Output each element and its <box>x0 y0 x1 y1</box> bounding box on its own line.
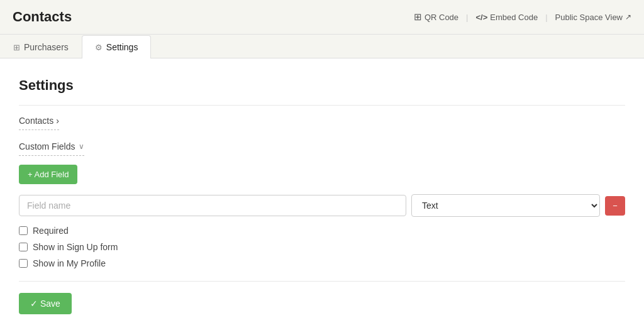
show-profile-label: Show in My Profile <box>33 258 106 268</box>
top-bar-actions: ⊞ QR Code | </> Embed Code | Public Spac… <box>414 11 631 23</box>
divider-1: | <box>466 13 468 22</box>
show-signup-checkbox[interactable] <box>19 243 28 251</box>
save-button[interactable]: ✓ Save <box>19 293 72 314</box>
contacts-chevron: › <box>56 116 59 126</box>
add-field-button[interactable]: + Add Field <box>19 165 77 184</box>
bottom-divider <box>19 281 625 282</box>
contacts-section[interactable]: Contacts › <box>19 112 59 130</box>
required-checkbox-item[interactable]: Required <box>19 226 625 236</box>
field-type-select[interactable]: Text Number Date Boolean <box>411 194 600 217</box>
embed-icon: </> <box>475 13 487 22</box>
settings-title: Settings <box>19 77 625 94</box>
main-content: Settings Contacts › Custom Fields ∨ + Ad… <box>0 58 644 335</box>
custom-fields-label: Custom Fields <box>19 141 75 151</box>
field-row: Text Number Date Boolean − <box>19 194 625 217</box>
qr-code-link[interactable]: ⊞ QR Code <box>414 11 458 23</box>
purchasers-tab-icon: ⊞ <box>13 43 20 52</box>
top-bar: Contacts ⊞ QR Code | </> Embed Code | Pu… <box>0 0 644 35</box>
public-space-label: Public Space View <box>555 13 623 22</box>
tabs-bar: ⊞ Purchasers ⚙ Settings <box>0 35 644 58</box>
custom-fields-section[interactable]: Custom Fields ∨ <box>19 135 84 156</box>
tab-purchasers[interactable]: ⊞ Purchasers <box>0 35 82 58</box>
show-profile-checkbox[interactable] <box>19 259 28 268</box>
tab-settings[interactable]: ⚙ Settings <box>82 35 152 58</box>
external-link-icon: ↗ <box>625 13 631 21</box>
title-divider <box>19 105 625 106</box>
show-signup-label: Show in Sign Up form <box>33 242 118 252</box>
required-label: Required <box>33 226 69 236</box>
qr-code-label: QR Code <box>425 13 458 22</box>
embed-code-label: Embed Code <box>490 13 538 22</box>
show-signup-checkbox-item[interactable]: Show in Sign Up form <box>19 242 625 252</box>
public-space-view-link[interactable]: Public Space View ↗ <box>555 13 631 22</box>
contacts-label: Contacts <box>19 116 53 126</box>
checkbox-group: Required Show in Sign Up form Show in My… <box>19 226 625 268</box>
delete-field-button[interactable]: − <box>605 196 625 216</box>
show-profile-checkbox-item[interactable]: Show in My Profile <box>19 258 625 268</box>
tab-settings-label: Settings <box>106 42 138 52</box>
custom-fields-chevron: ∨ <box>79 142 84 151</box>
tab-purchasers-label: Purchasers <box>24 42 69 52</box>
settings-tab-icon: ⚙ <box>95 43 103 52</box>
page-title: Contacts <box>13 9 72 25</box>
embed-code-link[interactable]: </> Embed Code <box>475 13 538 22</box>
delete-icon: − <box>613 201 618 211</box>
field-name-input[interactable] <box>19 195 406 216</box>
divider-2: | <box>545 13 547 22</box>
qr-icon: ⊞ <box>414 11 422 23</box>
required-checkbox[interactable] <box>19 226 28 235</box>
